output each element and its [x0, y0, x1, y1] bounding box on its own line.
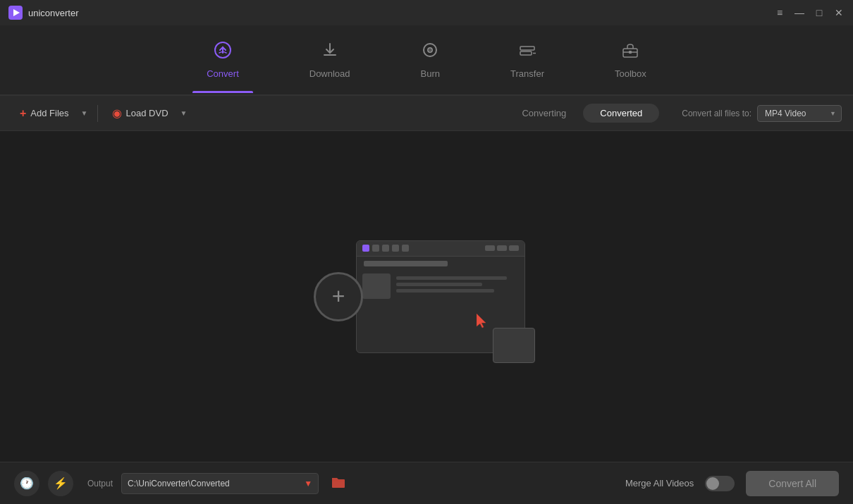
merge-all-videos-label: Merge All Videos [625, 478, 694, 488]
illus-dot-active [362, 245, 369, 252]
nav-item-convert[interactable]: Convert [192, 41, 253, 79]
merge-toggle[interactable] [705, 476, 735, 491]
output-path: C:\UniConverter\Converted [128, 479, 300, 488]
convert-all-button[interactable]: Convert All [746, 471, 839, 496]
download-label: Download [309, 68, 350, 79]
history-button[interactable]: 🕐 [14, 471, 39, 496]
nav-item-transfer[interactable]: Transfer [496, 41, 558, 79]
toggle-knob [706, 477, 719, 490]
output-dropdown-arrow[interactable]: ▼ [304, 479, 312, 488]
app-logo [8, 6, 23, 20]
format-select-wrapper[interactable]: MP4 Video MP3 Audio AVI Video MOV Video … [757, 105, 842, 122]
empty-state: + [328, 240, 525, 353]
illus-overlay-window [493, 328, 535, 363]
main-content: + [0, 131, 853, 462]
load-dvd-label: Load DVD [126, 108, 168, 118]
illus-tb-right [485, 245, 519, 251]
nav-item-download[interactable]: Download [295, 41, 364, 79]
toolbar-divider [97, 105, 98, 122]
minimize-button[interactable]: — [794, 7, 805, 18]
convert-icon [214, 41, 232, 64]
illus-titlebar [357, 241, 524, 257]
illus-dot-4 [402, 245, 409, 252]
convert-label: Convert [207, 68, 239, 79]
illus-thumbnail [362, 273, 391, 299]
add-files-label: Add Files [30, 108, 68, 118]
svg-rect-6 [520, 47, 534, 50]
plus-symbol: + [332, 283, 345, 309]
close-button[interactable]: ✕ [833, 7, 845, 18]
illus-dot-3 [392, 245, 399, 252]
plus-icon: + [20, 107, 26, 120]
illus-line-2 [396, 283, 482, 286]
converted-tab[interactable]: Converted [583, 104, 659, 123]
output-label: Output [87, 479, 113, 488]
history-icon: 🕐 [20, 477, 34, 490]
flash-icon: ⚡ [54, 477, 68, 490]
flash-button[interactable]: ⚡ [48, 471, 73, 496]
empty-state-illustration [356, 240, 525, 353]
nav-item-toolbox[interactable]: Toolbox [601, 41, 661, 79]
cursor-illustration [477, 314, 489, 333]
add-files-circle-button[interactable]: + [314, 272, 363, 321]
titlebar: uniconverter ≡ — □ ✕ [0, 0, 853, 25]
bottombar: 🕐 ⚡ Output C:\UniConverter\Converted ▼ M… [0, 462, 853, 504]
load-dvd-button[interactable]: ◉ Load DVD [104, 102, 177, 124]
svg-marker-12 [477, 314, 486, 328]
burn-label: Burn [421, 68, 440, 79]
toolbar: + Add Files ▼ ◉ Load DVD ▼ Converting Co… [0, 96, 853, 131]
svg-rect-11 [629, 51, 632, 54]
restore-button[interactable]: □ [814, 7, 825, 18]
illus-tb-dot-2 [497, 245, 507, 251]
transfer-label: Transfer [510, 68, 544, 79]
menu-icon[interactable]: ≡ [774, 7, 785, 18]
download-icon [321, 41, 339, 64]
converting-tab[interactable]: Converting [505, 104, 583, 123]
convert-all-area: Convert all files to: MP4 Video MP3 Audi… [682, 105, 842, 122]
illus-dot-1 [372, 245, 379, 252]
app-name: uniconverter [28, 8, 79, 18]
format-select[interactable]: MP4 Video MP3 Audio AVI Video MOV Video … [757, 105, 842, 122]
dvd-icon: ◉ [112, 106, 122, 120]
nav-item-burn[interactable]: Burn [407, 41, 454, 79]
illus-menubar [364, 261, 448, 266]
titlebar-left: uniconverter [8, 6, 79, 20]
add-files-dropdown-arrow[interactable]: ▼ [78, 103, 92, 124]
output-path-wrapper[interactable]: C:\UniConverter\Converted ▼ [121, 473, 319, 494]
illus-body [357, 271, 524, 302]
load-dvd-dropdown-arrow[interactable]: ▼ [177, 103, 191, 124]
tab-area: Converting Converted [505, 104, 659, 123]
convert-all-files-label: Convert all files to: [682, 109, 751, 118]
illus-line-3 [396, 289, 494, 293]
illus-line-1 [396, 276, 507, 280]
folder-button[interactable] [331, 476, 345, 491]
illus-lines [396, 273, 519, 293]
right-bottom-area: Merge All Videos Convert All [625, 471, 839, 496]
svg-rect-7 [520, 51, 532, 55]
burn-icon [421, 41, 439, 64]
titlebar-controls: ≡ — □ ✕ [774, 7, 845, 18]
toolbox-label: Toolbox [615, 68, 646, 79]
transfer-icon [518, 41, 536, 64]
illus-tb-dot-3 [509, 245, 519, 251]
toolbox-icon [621, 41, 639, 64]
illus-dot-2 [382, 245, 389, 252]
top-navigation: Convert Download Burn [0, 25, 853, 96]
illus-tb-dot-1 [485, 245, 495, 251]
add-files-button[interactable]: + Add Files [11, 103, 78, 124]
svg-point-5 [429, 49, 431, 51]
